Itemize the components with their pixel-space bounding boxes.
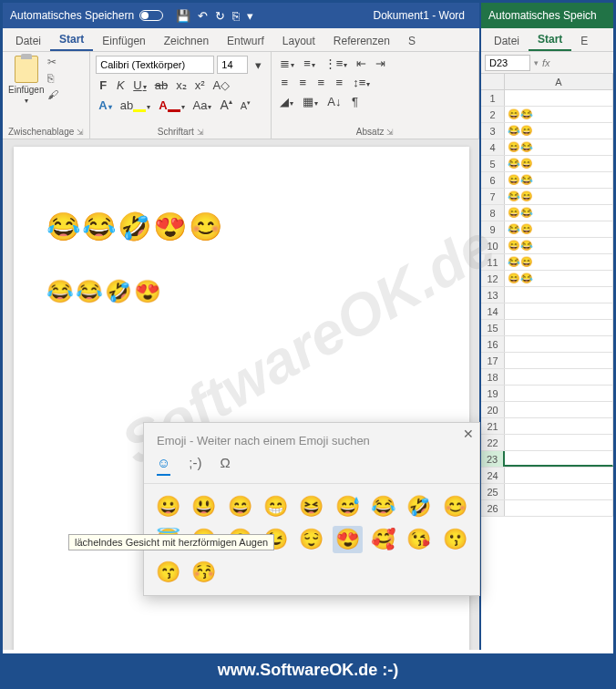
emoji-item[interactable]: 😆 [296, 493, 326, 520]
name-box[interactable] [485, 55, 530, 71]
emoji-item[interactable]: 😗 [440, 526, 470, 553]
row-header[interactable]: 1 [481, 90, 505, 106]
tab-layout[interactable]: Layout [273, 31, 324, 51]
cell[interactable] [505, 484, 613, 499]
select-all-corner[interactable] [481, 74, 505, 89]
strike-button[interactable]: ab [152, 77, 170, 93]
cell[interactable] [505, 468, 613, 483]
table-row[interactable]: 6😄😂 [481, 172, 613, 189]
row-header[interactable]: 10 [481, 238, 505, 253]
tab-e[interactable]: E [571, 31, 597, 51]
emoji-item[interactable]: 😚 [189, 559, 219, 586]
emoji-item[interactable]: 🤣 [404, 493, 434, 520]
chevron-down-icon[interactable]: ▾ [534, 58, 539, 67]
table-row[interactable]: 14 [481, 303, 613, 320]
grow-font-button[interactable]: A▴ [217, 97, 234, 113]
tab-zeichnen[interactable]: Zeichnen [155, 31, 218, 51]
emoji-tab-symbols[interactable]: Ω [221, 455, 231, 476]
highlight-button[interactable]: ab▾ [118, 98, 153, 113]
table-row[interactable]: 18 [481, 369, 613, 386]
table-row[interactable]: 1 [481, 90, 613, 107]
row-header[interactable]: 4 [481, 139, 505, 155]
redo-icon[interactable]: ↻ [215, 9, 225, 23]
emoji-item[interactable]: 😂 [368, 493, 398, 520]
emoji-item[interactable]: 😃 [189, 493, 219, 520]
column-header-a[interactable]: A [505, 74, 613, 89]
tab-s[interactable]: S [399, 31, 425, 51]
row-header[interactable]: 17 [481, 353, 505, 368]
table-row[interactable]: 2😄😂 [481, 107, 613, 123]
emoji-item[interactable]: 😍 [333, 526, 363, 553]
emoji-search-placeholder[interactable]: Emoji - Weiter nach einem Emoji suchen [144, 423, 479, 455]
cell[interactable] [505, 500, 613, 516]
cell[interactable] [505, 90, 613, 106]
emoji-item[interactable]: 😀 [153, 493, 183, 520]
emoji-tab-emoji[interactable]: ☺ [157, 455, 170, 476]
row-header[interactable]: 24 [481, 468, 505, 483]
table-row[interactable]: 9😂😄 [481, 221, 613, 238]
indent-button[interactable]: ⇥ [373, 56, 388, 71]
table-row[interactable]: 12😄😂 [481, 271, 613, 287]
underline-button[interactable]: U▾ [130, 77, 149, 93]
line-spacing-button[interactable]: ↕≡▾ [350, 75, 373, 90]
row-header[interactable]: 13 [481, 287, 505, 303]
outdent-button[interactable]: ⇤ [354, 56, 369, 71]
table-row[interactable]: 17 [481, 353, 613, 369]
table-row[interactable]: 13 [481, 287, 613, 303]
cell[interactable]: 😂😄 [505, 254, 613, 270]
emoji-item[interactable]: 😘 [404, 526, 434, 553]
cell[interactable]: 😂😄 [505, 156, 613, 171]
table-row[interactable]: 10😄😂 [481, 238, 613, 254]
emoji-tab-kaomoji[interactable]: ;-) [189, 455, 201, 476]
paste-button[interactable]: Einfügen ▾ [8, 56, 44, 105]
cell[interactable]: 😂😄 [505, 189, 613, 204]
cell[interactable]: 😄😂 [505, 238, 613, 253]
table-row[interactable]: 4😄😂 [481, 139, 613, 156]
align-center-button[interactable]: ≡ [295, 75, 310, 90]
text-effects-button[interactable]: A▾ [96, 98, 114, 113]
shrink-font-button[interactable]: A▾ [238, 98, 253, 112]
bold-button[interactable]: F [96, 77, 110, 93]
cell[interactable] [505, 287, 613, 303]
justify-button[interactable]: ≡ [332, 75, 346, 90]
expand-icon[interactable]: ⇲ [386, 128, 394, 137]
emoji-item[interactable]: 😙 [153, 559, 183, 586]
row-header[interactable]: 14 [481, 303, 505, 319]
shading-button[interactable]: ◢▾ [277, 94, 296, 109]
emoji-item[interactable]: 😄 [225, 493, 255, 520]
emoji-item[interactable]: 😊 [440, 493, 470, 520]
cell[interactable]: 😄😂 [505, 107, 613, 122]
close-icon[interactable]: ✕ [463, 427, 474, 441]
tab-entwurf[interactable]: Entwurf [218, 31, 273, 51]
cell[interactable]: 😄😂 [505, 205, 613, 221]
autosave-toggle[interactable] [139, 10, 163, 21]
emoji-item[interactable]: 😌 [296, 526, 326, 553]
row-header[interactable]: 12 [481, 271, 505, 286]
row-header[interactable]: 15 [481, 320, 505, 335]
cell[interactable] [505, 336, 613, 352]
cell[interactable]: 😂😄 [505, 123, 613, 139]
cell[interactable] [505, 451, 613, 467]
fx-icon[interactable]: fx [542, 57, 550, 68]
row-header[interactable]: 26 [481, 500, 505, 516]
row-header[interactable]: 18 [481, 369, 505, 385]
row-header[interactable]: 19 [481, 386, 505, 401]
emoji-item[interactable]: 😁 [261, 493, 291, 520]
cell[interactable] [505, 402, 613, 417]
font-name-select[interactable] [96, 56, 214, 74]
expand-icon[interactable]: ⇲ [77, 128, 84, 137]
font-color-button[interactable]: A▾ [156, 98, 187, 113]
copy-icon[interactable]: ⎘ [47, 72, 58, 85]
row-header[interactable]: 2 [481, 107, 505, 122]
tab-einfügen[interactable]: Einfügen [93, 31, 154, 51]
cell[interactable] [505, 353, 613, 368]
cell[interactable] [505, 386, 613, 401]
expand-icon[interactable]: ⇲ [197, 128, 204, 137]
qat-more-icon[interactable]: ▾ [247, 9, 253, 23]
superscript-button[interactable]: x² [192, 77, 208, 93]
row-header[interactable]: 6 [481, 172, 505, 188]
show-marks-button[interactable]: ¶ [347, 94, 362, 109]
sort-button[interactable]: A↓ [324, 94, 344, 109]
table-row[interactable]: 20 [481, 402, 613, 418]
cut-icon[interactable]: ✂ [47, 56, 58, 68]
